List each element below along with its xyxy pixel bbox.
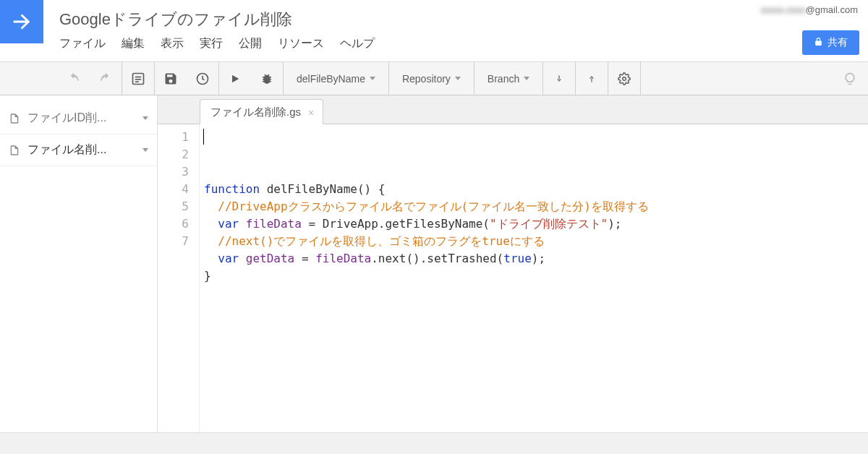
chevron-down-icon [455, 77, 461, 80]
sidebar-file-label: ファイル名削... [27, 142, 106, 158]
svg-point-5 [623, 77, 626, 80]
code-line[interactable] [204, 285, 868, 302]
sidebar-file-label: ファイルID削... [27, 111, 106, 126]
branch-dropdown[interactable]: Branch [475, 62, 542, 95]
code-line[interactable]: //DriveAppクラスからファイル名でファイル(ファイル名一致した分)を取得… [204, 198, 868, 215]
gutter-line-number: 4 [158, 181, 189, 198]
code-line[interactable]: var getData = fileData.next().setTrashed… [204, 250, 868, 267]
editor-tab-active[interactable]: ファイル名削除.gs × [200, 99, 323, 124]
code-line[interactable]: function delFileByName() { [204, 181, 868, 198]
apps-script-logo[interactable] [0, 0, 43, 43]
redo-button[interactable] [90, 62, 122, 95]
user-email[interactable]: xxxxx.xxxx@gmail.com [760, 4, 858, 15]
code-content[interactable]: function delFileByName() { //DriveAppクラス… [200, 124, 868, 432]
chevron-down-icon[interactable] [142, 116, 148, 120]
sidebar-file-item[interactable]: ファイルID削... [0, 103, 157, 134]
undo-button[interactable] [58, 62, 90, 95]
function-selector[interactable]: delFileByName [284, 62, 388, 95]
history-button[interactable] [187, 62, 218, 95]
menu-bar: ファイル 編集 表示 実行 公開 リソース ヘルプ [59, 36, 375, 51]
code-line[interactable]: var fileData = DriveApp.getFilesByName("… [204, 215, 868, 233]
run-button[interactable] [219, 62, 251, 95]
save-button[interactable] [155, 62, 187, 95]
gutter-line-number: 2 [158, 146, 189, 163]
status-bar [0, 432, 868, 454]
menu-resource[interactable]: リソース [278, 36, 324, 51]
share-button[interactable]: 共有 [802, 30, 859, 55]
text-cursor [203, 129, 204, 145]
indent-button[interactable] [122, 62, 154, 95]
svg-rect-2 [135, 79, 141, 80]
menu-run[interactable]: 実行 [200, 36, 223, 51]
gutter-line-number: 1 [158, 129, 189, 146]
main-split: ファイルID削...ファイル名削... ファイル名削除.gs × 1234567… [0, 95, 868, 432]
menu-view[interactable]: 表示 [161, 36, 184, 51]
gutter-line-number: 7 [158, 233, 189, 250]
svg-rect-1 [135, 76, 141, 77]
line-gutter: 1234567 [158, 124, 200, 432]
project-title[interactable]: Googleドライブのファイル削除 [59, 10, 375, 29]
title-area: Googleドライブのファイル削除 ファイル 編集 表示 実行 公開 リソース … [59, 0, 375, 51]
debug-button[interactable] [251, 62, 283, 95]
sidebar-file-item[interactable]: ファイル名削... [0, 134, 157, 166]
settings-gear-button[interactable] [608, 62, 640, 95]
menu-file[interactable]: ファイル [59, 36, 106, 51]
menu-edit[interactable]: 編集 [122, 36, 145, 51]
code-line[interactable]: } [204, 267, 868, 285]
code-area[interactable]: 1234567 function delFileByName() { //Dri… [158, 124, 868, 432]
svg-rect-3 [135, 81, 139, 82]
push-button[interactable] [576, 62, 608, 95]
close-icon[interactable]: × [308, 107, 314, 119]
lock-icon [814, 37, 823, 48]
file-icon [9, 111, 20, 126]
gutter-line-number: 5 [158, 198, 189, 215]
pull-button[interactable] [543, 62, 575, 95]
chevron-down-icon [370, 77, 375, 80]
repository-dropdown[interactable]: Repository [389, 62, 474, 95]
chevron-down-icon[interactable] [142, 148, 148, 152]
hint-bulb-icon[interactable] [832, 72, 868, 86]
menu-publish[interactable]: 公開 [239, 36, 262, 51]
code-line[interactable]: //next()でファイルを取得し、ゴミ箱のフラグをtrueにする [204, 233, 868, 250]
toolbar: delFileByName Repository Branch [0, 62, 868, 95]
header: Googleドライブのファイル削除 ファイル 編集 表示 実行 公開 リソース … [0, 0, 868, 62]
menu-help[interactable]: ヘルプ [340, 36, 375, 51]
chevron-down-icon [524, 77, 529, 80]
file-icon [9, 143, 20, 158]
gutter-line-number: 3 [158, 163, 189, 181]
tab-label: ファイル名削除.gs [210, 106, 301, 119]
file-sidebar: ファイルID削...ファイル名削... [0, 95, 158, 432]
editor-panel: ファイル名削除.gs × 1234567 function delFileByN… [158, 95, 868, 432]
editor-tab-row: ファイル名削除.gs × [158, 95, 868, 124]
gutter-line-number: 6 [158, 215, 189, 233]
